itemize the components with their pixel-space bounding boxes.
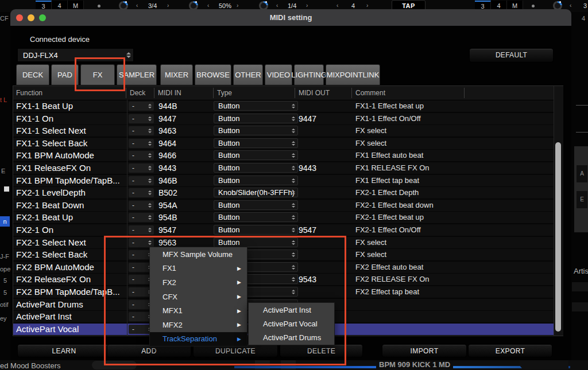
table-row[interactable]: FX1 ReleaseFX On-9443Button9443FX1 RELEA… — [13, 162, 554, 174]
type-select[interactable]: Knob/Slider(0h-3FFFh) — [214, 188, 298, 197]
type-select[interactable]: Button — [214, 225, 298, 235]
tab-mixpointlink[interactable]: MIXPOINTLINK — [326, 64, 380, 85]
table-row[interactable]: FX2-1 Beat Up-954BButtonFX2-1 Effect bea… — [13, 212, 554, 223]
table-row[interactable]: FX2-1 Beat Down-954AButtonFX2-1 Effect b… — [13, 200, 554, 211]
chevron-updown-icon — [292, 128, 295, 133]
chevron-updown-icon — [148, 178, 152, 183]
parameter-value: 4 — [351, 2, 355, 9]
header-divider — [154, 88, 154, 98]
table-row[interactable]: FX1-1 Select Next-9463ButtonFX select — [13, 125, 554, 137]
table-row[interactable]: FX1-1 Select Back-9464ButtonFX select — [13, 138, 554, 149]
comment-cell: FX2 RELEASE FX On — [355, 275, 430, 283]
comment-cell: FX select — [355, 250, 386, 259]
function-cell: FX2 ReleaseFX On — [16, 274, 91, 284]
function-cell: ActivePart Inst — [16, 311, 72, 321]
background-line — [576, 105, 588, 106]
table-row[interactable]: FX1 BPM AutoMode-9466ButtonFX1 Effect au… — [13, 150, 554, 161]
default-button[interactable]: DEFAULT — [469, 48, 554, 63]
decrement-arrow-icon[interactable]: ‹ — [336, 2, 338, 9]
annotation-rectangle-fx-tab — [75, 57, 125, 91]
function-cell: ActivePart Drums — [16, 299, 83, 309]
decrement-arrow-icon[interactable]: ‹ — [570, 2, 571, 9]
tab-lighting[interactable]: LIGHTING — [294, 64, 324, 85]
comment-cell: FX1 RELEASE FX On — [355, 163, 430, 172]
chevron-updown-icon — [292, 190, 295, 195]
type-select[interactable]: Button — [214, 150, 298, 160]
tab-mixer[interactable]: MIXER — [160, 64, 193, 85]
deck-select[interactable]: - — [129, 176, 154, 185]
deck-select[interactable]: - — [129, 225, 154, 235]
decrement-arrow-icon[interactable]: ‹ — [136, 2, 138, 9]
chevron-updown-icon — [292, 178, 295, 183]
midi-out-cell: 9443 — [299, 163, 316, 173]
table-row[interactable]: FX2-1 LevelDepth-B502Knob/Slider(0h-3FFF… — [13, 187, 554, 198]
type-select[interactable]: Button — [214, 212, 298, 222]
background-shape-fragment — [520, 360, 568, 369]
type-select[interactable]: Button — [214, 163, 298, 173]
parameter-value: 50% — [219, 2, 231, 9]
table-row[interactable]: FX2-1 On-9547Button9547FX2-1 Effect On/O… — [13, 224, 554, 236]
deck-select[interactable]: - — [129, 163, 154, 173]
tab-other[interactable]: OTHER — [233, 64, 263, 85]
increment-arrow-icon[interactable]: › — [366, 2, 368, 9]
chevron-updown-icon — [148, 228, 152, 232]
tab-video[interactable]: VIDEO — [265, 64, 292, 85]
deck-select[interactable]: - — [129, 102, 154, 111]
deck-select[interactable]: - — [129, 213, 154, 222]
function-cell: FX2-1 LevelDepth — [16, 188, 86, 197]
learn-button[interactable]: LEARN — [17, 344, 111, 357]
comment-cell: FX1-1 Effect On/Off — [355, 114, 421, 123]
function-cell: FX2-1 Select Back — [16, 250, 87, 259]
midi-in-cell: 954B — [158, 213, 177, 222]
increment-arrow-icon[interactable]: › — [237, 2, 238, 9]
deck-select[interactable]: - — [129, 151, 154, 160]
connected-device-label: Connected device — [30, 35, 90, 44]
type-select[interactable]: Button — [214, 200, 298, 210]
tab-browse[interactable]: BROWSE — [195, 64, 231, 85]
table-row[interactable]: FX1-1 On-9447Button9447FX1-1 Effect On/O… — [13, 113, 554, 124]
function-cell: FX2-1 Beat Up — [16, 212, 73, 222]
chevron-updown-icon — [148, 153, 152, 158]
deck-select[interactable]: - — [129, 139, 154, 148]
type-select[interactable]: Button — [214, 176, 298, 185]
chevron-updown-icon — [292, 166, 295, 170]
tab-deck[interactable]: DECK — [16, 64, 49, 85]
background-stripe — [572, 282, 588, 291]
type-select[interactable]: Button — [214, 114, 298, 123]
function-cell: FX1 BPM TapMode/TapB... — [16, 176, 120, 185]
midi-out-cell: 9447 — [299, 114, 316, 123]
background-track-badge: n — [0, 216, 10, 227]
type-select[interactable]: Button — [214, 138, 298, 148]
scrollbar-thumb[interactable] — [555, 142, 561, 332]
increment-arrow-icon[interactable]: › — [167, 2, 169, 9]
column-header-midi-in: MIDI IN — [158, 89, 181, 97]
decrement-arrow-icon[interactable]: ‹ — [207, 2, 209, 9]
midi-in-cell: 9464 — [158, 139, 176, 148]
column-header-type: Type — [217, 89, 232, 97]
type-select[interactable]: Button — [214, 126, 298, 135]
column-header-deck: Deck — [130, 89, 145, 97]
deck-select[interactable]: - — [129, 126, 154, 135]
chevron-updown-icon — [148, 128, 152, 133]
table-row[interactable]: FX1 BPM TapMode/TapB...-946BButtonFX1 Ef… — [13, 175, 554, 186]
chevron-updown-icon — [148, 215, 152, 220]
chevron-updown-icon — [292, 203, 295, 208]
comment-cell: FX1 Effect tap beat — [355, 176, 419, 185]
background-square-fragment — [4, 186, 9, 192]
background-hotcue-key: E — [577, 191, 587, 208]
export-button[interactable]: EXPORT — [468, 344, 552, 357]
background-text-fragment: J-F — [0, 253, 9, 260]
device-select-value: DDJ-FLX4 — [23, 51, 58, 60]
deck-select[interactable]: - — [129, 201, 154, 210]
chevron-updown-icon — [292, 141, 295, 146]
type-select[interactable]: Button — [214, 101, 298, 111]
deck-select[interactable]: - — [129, 188, 154, 197]
deck-select[interactable]: - — [129, 114, 154, 123]
midi-in-cell: 9547 — [158, 225, 176, 235]
background-text-fragment: CF — [0, 15, 9, 22]
background-text-fragment: t L — [0, 96, 7, 103]
import-button[interactable]: IMPORT — [382, 344, 467, 357]
decrement-arrow-icon[interactable]: ‹ — [276, 2, 278, 9]
increment-arrow-icon[interactable]: › — [306, 2, 308, 9]
table-row[interactable]: FX1-1 Beat Up-944BButtonFX1-1 Effect bea… — [13, 100, 554, 112]
